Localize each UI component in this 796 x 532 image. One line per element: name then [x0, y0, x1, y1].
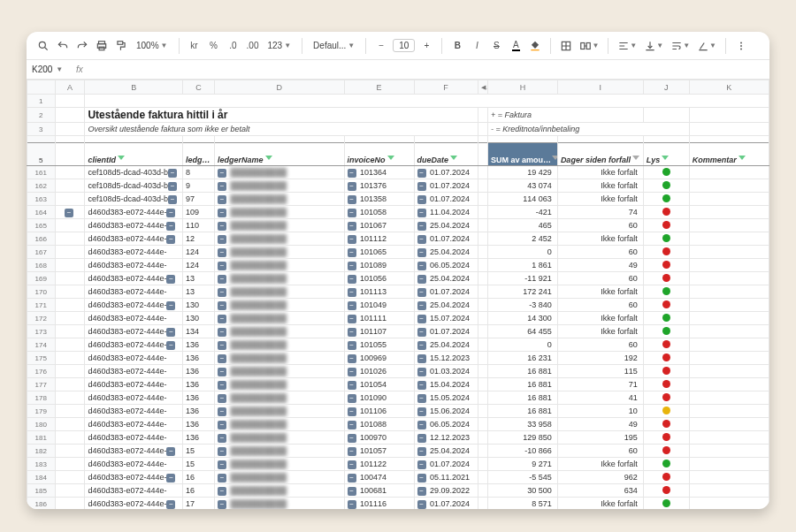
row-number[interactable]: 186 [27, 498, 56, 510]
row-number[interactable]: 171 [27, 299, 56, 312]
hdr-comment[interactable]: Kommentar [689, 143, 769, 166]
name-box[interactable]: K200▼ [27, 65, 71, 74]
row-number[interactable]: 169 [27, 272, 56, 285]
number-format-dropdown[interactable]: 123▼ [264, 41, 295, 50]
collapse-icon[interactable]: − [166, 341, 175, 350]
collapse-icon[interactable]: − [417, 381, 426, 390]
collapse-icon[interactable]: − [417, 288, 426, 297]
table-row[interactable]: 161cef108d5-dcad-403d-b−8− ██████████− 1… [27, 166, 769, 179]
row-number[interactable]: 174 [27, 338, 56, 352]
row-number[interactable]: 166 [27, 232, 56, 246]
print-icon[interactable] [94, 37, 110, 55]
hdr-days[interactable]: Dager siden forfall [557, 143, 643, 166]
table-row[interactable]: 172d460d383-e072-444e-130− ██████████− 1… [27, 312, 769, 325]
collapse-icon[interactable]: − [348, 341, 356, 350]
table-row[interactable]: 167d460d383-e072-444e-124− ██████████− 1… [27, 246, 769, 259]
collapse-icon[interactable]: − [218, 288, 226, 297]
table-row[interactable]: 169d460d383-e072-444e-−13− ██████████− 1… [27, 272, 769, 285]
table-row[interactable]: 162cef108d5-dcad-403d-b−9− ██████████− 1… [27, 179, 769, 193]
col-J[interactable]: J [643, 80, 689, 95]
hdr-clientid[interactable]: clientId [85, 143, 183, 166]
collapse-icon[interactable]: − [348, 248, 356, 257]
row-number[interactable]: 165 [27, 219, 56, 232]
row-number[interactable]: 185 [27, 484, 56, 498]
row-number[interactable]: 163 [27, 193, 56, 206]
collapse-icon[interactable]: − [417, 248, 426, 257]
collapse-icon[interactable]: − [348, 315, 356, 323]
collapse-icon[interactable]: − [218, 262, 226, 270]
row-number[interactable]: 179 [27, 405, 56, 418]
collapse-icon[interactable]: − [218, 301, 226, 310]
collapse-icon[interactable]: − [166, 500, 175, 509]
collapse-icon[interactable]: − [348, 474, 356, 483]
row-number[interactable]: 172 [27, 312, 56, 325]
table-row[interactable]: 186d460d383-e072-444e-−17− ██████████− 1… [27, 498, 769, 510]
collapse-icon[interactable]: − [417, 182, 426, 191]
table-row[interactable]: 171d460d383-e072-444e-−130− ██████████− … [27, 299, 769, 312]
table-row[interactable]: 182d460d383-e072-444e-−15− ██████████− 1… [27, 445, 769, 458]
collapse-icon[interactable]: − [417, 354, 426, 363]
collapse-icon[interactable]: − [348, 407, 356, 416]
collapse-icon[interactable]: − [218, 487, 226, 496]
collapse-icon[interactable]: − [168, 195, 177, 204]
collapse-icon[interactable]: − [417, 368, 426, 376]
collapse-icon[interactable]: − [166, 474, 175, 483]
row-number[interactable]: 177 [27, 378, 56, 391]
collapse-icon[interactable]: − [218, 182, 226, 191]
collapse-icon[interactable]: − [417, 447, 426, 456]
row-number[interactable]: 180 [27, 418, 56, 431]
collapse-icon[interactable]: − [166, 447, 175, 456]
collapse-icon[interactable]: − [417, 301, 426, 310]
collapse-icon[interactable]: − [218, 209, 226, 217]
row-number[interactable]: 184 [27, 471, 56, 484]
fill-color-button[interactable] [527, 37, 543, 55]
increase-font-size[interactable]: + [418, 37, 434, 55]
collapse-icon[interactable]: − [218, 275, 226, 284]
col-D[interactable]: D [214, 80, 344, 95]
font-family-dropdown[interactable]: Defaul...▼ [310, 41, 358, 50]
text-color-button[interactable]: A [508, 37, 524, 55]
text-rotation-button[interactable]: ▼ [695, 37, 718, 55]
row-number[interactable]: 178 [27, 391, 56, 405]
table-row[interactable]: 176d460d383-e072-444e-136− ██████████− 1… [27, 365, 769, 378]
collapse-icon[interactable]: − [417, 195, 426, 204]
collapse-icon[interactable]: − [218, 235, 226, 244]
collapse-icon[interactable]: − [348, 487, 356, 496]
row-number[interactable]: 181 [27, 431, 56, 445]
collapse-icon[interactable]: − [218, 368, 226, 376]
collapse-icon[interactable]: − [218, 394, 226, 403]
horizontal-align-button[interactable]: ▼ [616, 37, 639, 55]
collapse-icon[interactable]: − [168, 169, 177, 178]
col-H[interactable]: H [487, 80, 557, 95]
percent-format[interactable]: % [206, 37, 222, 55]
row-number[interactable]: 167 [27, 246, 56, 259]
collapse-icon[interactable]: − [417, 169, 426, 178]
collapse-icon[interactable]: − [417, 487, 426, 496]
table-row[interactable]: 173d460d383-e072-444e-−134− ██████████− … [27, 325, 769, 338]
more-icon[interactable] [733, 37, 749, 55]
col-A[interactable]: A [55, 80, 85, 95]
table-row[interactable]: 165d460d383-e072-444e-−110− ██████████− … [27, 219, 769, 232]
search-icon[interactable] [35, 37, 51, 55]
row-number[interactable]: 161 [27, 166, 56, 179]
vertical-align-button[interactable]: ▼ [642, 37, 665, 55]
collapse-icon[interactable]: − [417, 341, 426, 350]
table-row[interactable]: 163cef108d5-dcad-403d-b−97− ██████████− … [27, 193, 769, 206]
collapse-icon[interactable]: − [218, 222, 226, 231]
table-row[interactable]: 177d460d383-e072-444e-136− ██████████− 1… [27, 378, 769, 391]
collapse-icon[interactable]: − [348, 354, 356, 363]
table-row[interactable]: 170d460d383-e072-444e-13− ██████████− 10… [27, 285, 769, 299]
group-icon[interactable]: − [65, 209, 73, 217]
col-B[interactable]: B [85, 80, 183, 95]
collapse-icon[interactable]: − [218, 315, 226, 323]
collapse-icon[interactable]: − [417, 235, 426, 244]
collapse-icon[interactable]: − [417, 460, 426, 469]
table-row[interactable]: 185d460d383-e072-444e-16− ██████████− 10… [27, 484, 769, 498]
hdr-ledgername[interactable]: ledgerName [214, 143, 344, 166]
collapse-icon[interactable]: − [348, 381, 356, 390]
collapse-icon[interactable]: − [348, 447, 356, 456]
table-row[interactable]: 181d460d383-e072-444e-136− ██████████− 1… [27, 431, 769, 445]
table-row[interactable]: 168d460d383-e072-444e-124− ██████████− 1… [27, 259, 769, 272]
col-E[interactable]: E [344, 80, 414, 95]
table-row[interactable]: 175d460d383-e072-444e-136− ██████████− 1… [27, 352, 769, 365]
